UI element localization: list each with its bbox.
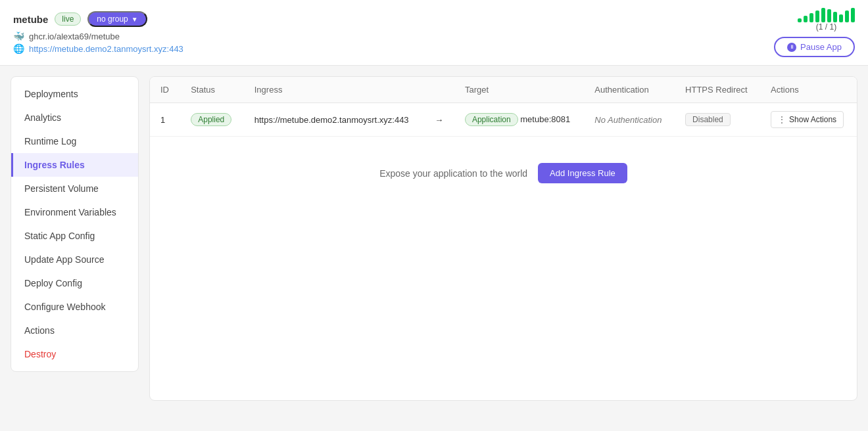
instance-count: (1 / 1) bbox=[798, 22, 855, 32]
col-header-4: Target bbox=[454, 77, 584, 103]
instance-bar-7 bbox=[839, 14, 843, 22]
row-actions[interactable]: ⋮Show Actions bbox=[760, 103, 857, 137]
table-header: IDStatusIngressTargetAuthenticationHTTPS… bbox=[150, 77, 857, 103]
sidebar-item-static-app-config[interactable]: Static App Config bbox=[11, 224, 138, 248]
globe-icon: 🌐 bbox=[13, 43, 24, 54]
sidebar-item-configure-webhook[interactable]: Configure Webhook bbox=[11, 295, 138, 319]
instance-bar-0 bbox=[798, 18, 802, 22]
instance-bar-6 bbox=[833, 12, 837, 22]
sidebar-item-environment-variables[interactable]: Environment Variables bbox=[11, 200, 138, 224]
sidebar-item-persistent-volume[interactable]: Persistent Volume bbox=[11, 177, 138, 200]
row-target-badge: Application bbox=[465, 113, 518, 126]
live-badge: live bbox=[55, 12, 81, 26]
row-https: Disabled bbox=[675, 103, 760, 137]
col-header-0: ID bbox=[150, 77, 180, 103]
expose-text: Expose your application to the world bbox=[379, 168, 527, 179]
main-content: IDStatusIngressTargetAuthenticationHTTPS… bbox=[149, 76, 857, 401]
row-authentication: No Authentication bbox=[584, 103, 675, 137]
app-url[interactable]: https://metube.demo2.tanmoysrt.xyz:443 bbox=[29, 44, 183, 54]
group-selector[interactable]: no group ▼ bbox=[87, 11, 147, 27]
sidebar-item-analytics[interactable]: Analytics bbox=[11, 106, 138, 129]
chevron-down-icon: ▼ bbox=[132, 16, 138, 23]
instance-bar-2 bbox=[809, 13, 813, 22]
row-status-badge: Applied bbox=[191, 113, 231, 126]
col-header-7: Actions bbox=[760, 77, 857, 103]
col-header-3 bbox=[424, 77, 454, 103]
sidebar: DeploymentsAnalyticsRuntime LogIngress R… bbox=[11, 76, 139, 372]
expose-state: Expose your application to the world Add… bbox=[150, 137, 857, 210]
table-row: 1Appliedhttps://metube.demo2.tanmoysrt.x… bbox=[150, 103, 857, 137]
row-arrow: → bbox=[424, 103, 454, 137]
row-target: Application metube:8081 bbox=[454, 103, 584, 137]
sidebar-item-deploy-config[interactable]: Deploy Config bbox=[11, 271, 138, 295]
col-header-1: Status bbox=[180, 77, 244, 103]
show-actions-button[interactable]: ⋮Show Actions bbox=[771, 111, 844, 128]
instance-bar-5 bbox=[827, 9, 831, 22]
instance-bar-1 bbox=[804, 16, 808, 22]
instance-bar-9 bbox=[851, 8, 855, 22]
row-https-badge: Disabled bbox=[685, 113, 731, 126]
instance-bars bbox=[798, 8, 855, 22]
sidebar-item-destroy[interactable]: Destroy bbox=[11, 342, 138, 366]
row-id: 1 bbox=[150, 103, 180, 137]
header: metube live no group ▼ 🐳 ghcr.io/alexta6… bbox=[0, 0, 868, 66]
image-path: ghcr.io/alexta69/metube bbox=[29, 32, 120, 41]
add-ingress-rule-button[interactable]: Add Ingress Rule bbox=[538, 163, 627, 183]
instance-bar-8 bbox=[845, 11, 849, 22]
instance-bar-3 bbox=[815, 11, 819, 22]
app-name: metube bbox=[13, 14, 48, 25]
dots-icon: ⋮ bbox=[778, 115, 786, 124]
sidebar-item-update-app-source[interactable]: Update App Source bbox=[11, 248, 138, 271]
col-header-5: Authentication bbox=[584, 77, 675, 103]
sidebar-item-deployments[interactable]: Deployments bbox=[11, 82, 138, 106]
col-header-6: HTTPS Redirect bbox=[675, 77, 760, 103]
instance-bar-4 bbox=[821, 8, 825, 22]
sidebar-item-runtime-log[interactable]: Runtime Log bbox=[11, 129, 138, 153]
col-header-2: Ingress bbox=[244, 77, 424, 103]
pause-icon bbox=[787, 43, 796, 52]
sidebar-item-ingress-rules[interactable]: Ingress Rules bbox=[11, 153, 138, 177]
row-status: Applied bbox=[180, 103, 244, 137]
row-ingress: https://metube.demo2.tanmoysrt.xyz:443 bbox=[244, 103, 424, 137]
sidebar-item-actions[interactable]: Actions bbox=[11, 319, 138, 342]
pause-app-button[interactable]: Pause App bbox=[774, 37, 855, 57]
container-icon: 🐳 bbox=[13, 31, 24, 41]
ingress-table: IDStatusIngressTargetAuthenticationHTTPS… bbox=[150, 77, 857, 137]
